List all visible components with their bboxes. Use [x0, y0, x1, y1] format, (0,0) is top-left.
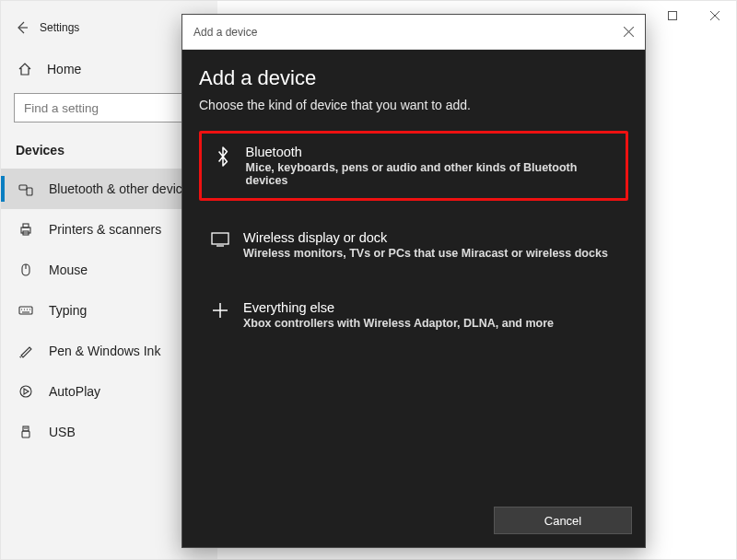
sidebar-item-label: Printers & scanners — [49, 222, 161, 237]
modal-body: Add a device Choose the kind of device t… — [182, 50, 645, 341]
modal-titlebar-text: Add a device — [193, 26, 257, 39]
pen-icon — [16, 344, 36, 358]
svg-rect-7 — [19, 185, 27, 190]
option-desc: Xbox controllers with Wireless Adaptor, … — [243, 317, 554, 330]
cancel-button[interactable]: Cancel — [494, 507, 632, 534]
modal-heading: Add a device — [199, 66, 628, 90]
option-everything-else[interactable]: Everything else Xbox controllers with Wi… — [199, 289, 628, 341]
option-title: Wireless display or dock — [243, 230, 608, 245]
svg-point-20 — [20, 386, 31, 397]
maximize-button[interactable] — [651, 1, 694, 30]
plus-icon — [208, 300, 232, 319]
settings-window: Settings Home Devices Bluetooth & oth — [0, 0, 737, 560]
svg-rect-27 — [212, 233, 228, 244]
svg-rect-14 — [19, 307, 32, 314]
close-button[interactable] — [694, 1, 736, 30]
svg-rect-1 — [669, 12, 677, 20]
sidebar-item-label: Pen & Windows Ink — [49, 344, 160, 358]
back-button[interactable] — [10, 16, 34, 40]
search-input[interactable] — [14, 93, 205, 122]
sidebar-item-label: Bluetooth & other devices — [49, 181, 196, 196]
home-label: Home — [47, 62, 81, 76]
bluetooth-devices-icon — [16, 181, 36, 196]
option-desc: Wireless monitors, TVs or PCs that use M… — [243, 247, 608, 260]
svg-rect-21 — [23, 426, 29, 431]
add-device-modal: Add a device Add a device Choose the kin… — [181, 14, 646, 548]
mouse-icon — [16, 262, 36, 277]
sidebar-item-label: Typing — [49, 303, 87, 318]
home-icon — [16, 62, 34, 76]
autoplay-icon — [16, 384, 36, 399]
usb-icon — [16, 425, 36, 439]
keyboard-icon — [16, 303, 36, 318]
modal-close-button[interactable] — [617, 21, 639, 43]
printer-icon — [16, 222, 36, 237]
window-title: Settings — [40, 21, 79, 34]
svg-rect-22 — [22, 431, 29, 438]
svg-rect-8 — [27, 188, 32, 195]
option-title: Bluetooth — [246, 145, 616, 159]
sidebar-item-label: USB — [49, 425, 76, 439]
svg-rect-10 — [23, 224, 29, 228]
option-desc: Mice, keyboards, pens or audio and other… — [246, 161, 616, 187]
sidebar-item-label: AutoPlay — [49, 384, 100, 399]
option-bluetooth[interactable]: Bluetooth Mice, keyboards, pens or audio… — [199, 131, 628, 201]
option-title: Everything else — [243, 300, 554, 315]
option-wireless-display[interactable]: Wireless display or dock Wireless monito… — [199, 219, 628, 271]
display-icon — [208, 230, 232, 247]
bluetooth-icon — [211, 145, 235, 167]
sidebar-item-label: Mouse — [49, 262, 88, 277]
modal-subtitle: Choose the kind of device that you want … — [199, 98, 628, 112]
modal-footer: Cancel — [182, 494, 645, 547]
modal-titlebar: Add a device — [182, 15, 645, 50]
